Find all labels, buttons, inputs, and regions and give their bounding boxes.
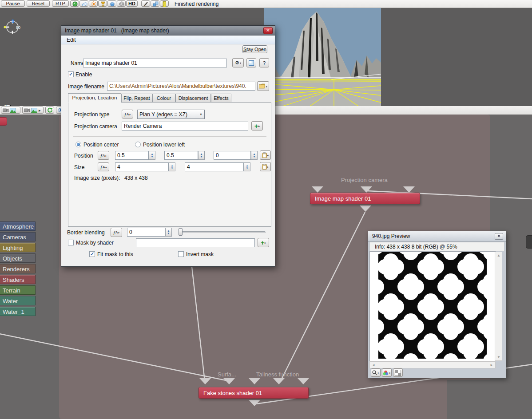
- projection-type-function-button[interactable]: ƒA▸: [122, 110, 133, 119]
- dialog-titlebar[interactable]: Image map shader 01 (Image map shader) ✕: [61, 26, 275, 36]
- invert-mask-label: Invert mask: [186, 251, 214, 257]
- border-blending-function-button[interactable]: ƒA▸: [111, 228, 122, 237]
- add-camera-button[interactable]: +▸: [251, 121, 263, 130]
- close-icon[interactable]: ✕: [495, 233, 503, 240]
- border-blending-slider[interactable]: [179, 231, 266, 233]
- mask-by-shader-checkbox[interactable]: [68, 240, 74, 245]
- sun-button[interactable]: [89, 0, 98, 7]
- scroll-down-icon[interactable]: ▼: [497, 355, 500, 359]
- size-y-input[interactable]: 4: [185, 162, 244, 171]
- fit-mask-label: Fit mask to this: [97, 251, 133, 257]
- border-blending-stepper[interactable]: ▲▼: [165, 228, 172, 237]
- trophy-button[interactable]: [98, 0, 107, 7]
- scroll-right-icon[interactable]: ►: [490, 363, 493, 367]
- projection-type-select[interactable]: Plan Y (edges = XZ)▼: [137, 110, 205, 119]
- checker-icon: [395, 370, 401, 376]
- rtp-button[interactable]: RTP: [52, 0, 69, 7]
- tab-colour[interactable]: Colour: [152, 94, 175, 103]
- ruler-icon: [163, 1, 167, 7]
- position-copy-button[interactable]: ▸: [260, 150, 271, 160]
- filename-input[interactable]: C:\Users\Admin\Pictures\Alois\Mandelbulb…: [107, 82, 255, 91]
- chevron-down-icon: ▼: [199, 113, 202, 116]
- objects-button[interactable]: [151, 0, 159, 7]
- invert-mask-checkbox[interactable]: [178, 251, 184, 257]
- clipboard-icon: [262, 152, 267, 158]
- tallness-caption: Tallness function: [256, 371, 299, 378]
- cube-button[interactable]: [107, 0, 116, 7]
- camera-view-button[interactable]: [1, 107, 20, 114]
- trophy-icon: [100, 1, 106, 7]
- zoom-menu-button[interactable]: ▸: [371, 368, 381, 377]
- cloud-button[interactable]: [79, 0, 88, 7]
- pause-button[interactable]: Pause: [1, 0, 25, 7]
- sidebar-item-objects[interactable]: Objects: [0, 253, 36, 263]
- close-icon[interactable]: ✕: [263, 27, 273, 34]
- quatrefoil-pattern-image: [378, 252, 487, 359]
- fake-stones-shader-node[interactable]: Fake stones shader 01: [199, 387, 309, 399]
- green-orb-icon: [72, 1, 78, 7]
- size-function-button[interactable]: ƒA▸: [98, 162, 109, 171]
- scroll-left-icon[interactable]: ◄: [372, 363, 375, 367]
- refresh-button[interactable]: [45, 107, 54, 114]
- size-copy-button[interactable]: ▸: [260, 162, 271, 171]
- gear-menu-button[interactable]: ⚙▾: [232, 58, 244, 67]
- scroll-up-icon[interactable]: ▲: [497, 253, 500, 257]
- dialog-subtitle: (Image map shader): [121, 28, 169, 34]
- sidebar-item-atmosphere[interactable]: Atmosphere: [0, 221, 36, 231]
- measure-button[interactable]: [160, 0, 169, 7]
- image-map-shader-node[interactable]: Image map shader 01: [310, 193, 420, 204]
- menu-edit[interactable]: Edit: [67, 37, 76, 43]
- reset-button[interactable]: Reset: [27, 0, 50, 7]
- enable-checkbox[interactable]: ✓: [68, 71, 74, 77]
- size-x-stepper[interactable]: ▲▼: [169, 162, 175, 171]
- sidebar-item-lighting[interactable]: Lighting: [0, 243, 36, 252]
- stay-open-button[interactable]: Stay Open: [242, 45, 267, 53]
- alpha-checker-button[interactable]: [393, 368, 403, 377]
- position-function-button[interactable]: ƒA▸: [98, 151, 109, 160]
- projection-location-panel: Projection type ƒA▸ Plan Y (edges = XZ)▼…: [68, 102, 271, 227]
- fit-mask-checkbox[interactable]: ✓: [89, 251, 95, 257]
- preview-hscrollbar[interactable]: ◄ ►: [369, 361, 496, 368]
- paint-button[interactable]: [141, 0, 150, 7]
- tab-projection-location[interactable]: Projection, Location: [68, 93, 121, 103]
- projection-camera-input[interactable]: Render Camera: [122, 122, 248, 130]
- camera-image-menu-button[interactable]: ▶: [22, 107, 44, 114]
- preview-canvas[interactable]: ▲ ▼: [369, 251, 496, 361]
- size-x-input[interactable]: 4: [115, 162, 169, 171]
- preview-vscrollbar[interactable]: ▲ ▼: [495, 252, 502, 361]
- size-y-stepper[interactable]: ▲▼: [244, 162, 250, 171]
- sidebar-item-renderers[interactable]: Renderers: [0, 264, 36, 273]
- help-button[interactable]: ?: [259, 58, 269, 67]
- position-y-input[interactable]: 0.5: [164, 151, 198, 160]
- sidebar-item-water[interactable]: Water: [0, 296, 36, 305]
- position-x-stepper[interactable]: ▲▼: [149, 151, 155, 160]
- hd-button[interactable]: HD: [126, 0, 138, 7]
- mask-shader-input[interactable]: [136, 238, 255, 247]
- preview-toggle-button[interactable]: [246, 58, 256, 67]
- position-z-input[interactable]: 0: [214, 151, 251, 160]
- trackball-gizmo[interactable]: 0 90: [3, 17, 22, 37]
- sidebar-item-terrain[interactable]: Terrain: [0, 285, 36, 295]
- tab-flip-repeat[interactable]: Flip, Repeat: [121, 94, 152, 103]
- add-mask-shader-button[interactable]: +▸: [258, 238, 269, 247]
- border-blending-input[interactable]: 0: [127, 228, 165, 237]
- sidebar-item-cameras[interactable]: Cameras: [0, 232, 36, 241]
- projection-camera-caption: Projection camera: [341, 177, 388, 183]
- image-map-shader-dialog: Image map shader 01 (Image map shader) ✕…: [61, 25, 275, 267]
- position-x-input[interactable]: 0.5: [115, 151, 149, 160]
- border-blending-slider-thumb[interactable]: [179, 228, 183, 236]
- name-input[interactable]: Image map shader 01: [83, 59, 227, 67]
- tab-displacement[interactable]: Displacement: [175, 94, 211, 103]
- channels-button[interactable]: ▸: [382, 368, 392, 377]
- position-lower-left-radio[interactable]: [135, 142, 141, 147]
- browse-file-button[interactable]: ▸: [257, 81, 269, 91]
- position-z-stepper[interactable]: ▲▼: [251, 151, 258, 160]
- sidebar-item-water-1[interactable]: Water_1: [0, 307, 36, 316]
- render-button[interactable]: [70, 0, 79, 7]
- sidebar-item-shaders[interactable]: Shaders: [0, 275, 36, 284]
- preview-titlebar[interactable]: 940.jpg Preview ✕: [368, 231, 506, 242]
- position-center-radio[interactable]: [75, 142, 81, 147]
- shutter-button[interactable]: [117, 0, 126, 7]
- tab-effects[interactable]: Effects: [211, 94, 231, 103]
- position-y-stepper[interactable]: ▲▼: [198, 151, 205, 160]
